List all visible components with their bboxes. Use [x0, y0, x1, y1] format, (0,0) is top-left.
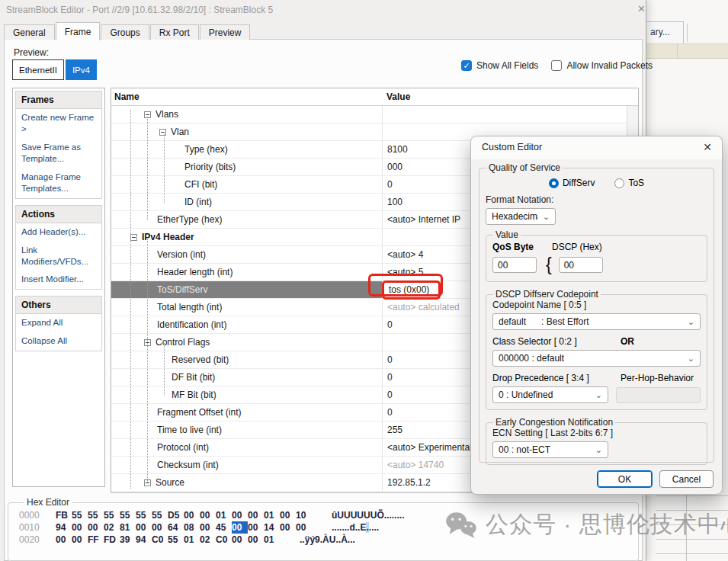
class-selector-select[interactable]: 000000 : default ⌄ — [492, 350, 701, 367]
dscp-codepoint-group: DSCP Diffserv Codepoint Codepoint Name [… — [486, 289, 707, 410]
ecn-group: Early Congestion Notification ECN Settin… — [486, 417, 707, 465]
hex-byte[interactable]: 00 — [72, 521, 88, 534]
hex-byte[interactable]: 55 — [104, 509, 120, 521]
hex-byte[interactable]: 39 — [120, 534, 136, 546]
diffserv-radio[interactable]: DiffServ — [549, 178, 595, 188]
ecn-setting-value: 00 : not-ECT — [499, 444, 550, 455]
sidebar-item-collapse-all[interactable]: Collapse All — [16, 332, 101, 351]
dialog-close-icon[interactable]: ✕ — [703, 141, 712, 153]
watermark: 公众号 · 思博伦技术中心 — [444, 509, 728, 540]
sidebar-item-add-header-s[interactable]: Add Header(s)... — [16, 223, 101, 242]
hex-byte[interactable]: 00 — [232, 534, 248, 546]
ecn-setting-select[interactable]: 00 : not-ECT ⌄ — [492, 441, 608, 458]
hex-byte[interactable]: 00 — [200, 521, 216, 534]
ipv4-button[interactable]: IPv4 — [66, 59, 97, 80]
quality-of-service-group: Quality of Service DiffServToS Format No… — [479, 162, 714, 463]
hex-byte[interactable]: 55 — [136, 509, 152, 521]
dscp-hex-input[interactable]: 00 — [559, 257, 603, 273]
sidebar-group-title: Frames — [16, 91, 101, 109]
hex-byte[interactable]: 55 — [88, 509, 104, 521]
sidebar-item-link-modifiers-vfds[interactable]: Link Modifiers/VFDs... — [16, 242, 101, 271]
hex-byte[interactable]: 55 — [72, 509, 88, 521]
hex-byte[interactable]: 00 — [152, 521, 168, 534]
format-notation-value: Hexadecimal — [492, 211, 538, 222]
hex-byte[interactable]: 00 — [232, 521, 248, 534]
hex-byte[interactable]: 01 — [216, 509, 232, 521]
hex-byte[interactable]: 08 — [184, 521, 200, 534]
hex-byte[interactable]: 00 — [296, 521, 312, 534]
hex-byte[interactable]: 81 — [120, 521, 136, 534]
hex-byte[interactable]: 45 — [216, 521, 232, 534]
hex-byte[interactable]: 00 — [232, 509, 248, 521]
hex-byte[interactable]: 01 — [264, 509, 280, 521]
hex-byte[interactable]: 10 — [296, 509, 312, 521]
tab-general[interactable]: General — [4, 24, 55, 40]
ok-button[interactable]: OK — [597, 470, 653, 488]
tab-rx-port[interactable]: Rx Port — [150, 24, 199, 40]
column-header-value: Value — [382, 88, 638, 105]
hex-byte[interactable]: 00 — [280, 521, 296, 534]
tab-groups[interactable]: Groups — [101, 24, 149, 40]
hex-byte[interactable]: 00 — [88, 521, 104, 534]
hex-byte[interactable]: 55 — [120, 509, 136, 521]
ethernetii-button[interactable]: EthernetII — [12, 59, 64, 80]
dscp-codepoint-title: DSCP Diffserv Codepoint — [493, 289, 601, 300]
hex-byte[interactable]: 55 — [152, 509, 168, 521]
hex-byte[interactable]: 94 — [136, 534, 152, 546]
cancel-button[interactable]: Cancel — [659, 470, 714, 488]
hex-byte[interactable]: C0 — [216, 534, 232, 546]
qos-byte-input[interactable]: 00 — [492, 257, 537, 273]
expander-icon[interactable] — [159, 129, 166, 136]
tree-row-vlans[interactable]: Vlans — [111, 106, 638, 123]
hex-byte[interactable]: 00 — [200, 509, 216, 521]
hex-byte[interactable]: FD — [104, 534, 120, 546]
hex-byte[interactable]: 00 — [280, 509, 296, 521]
sidebar-item-create-new-frame[interactable]: Create new Frame > — [16, 109, 101, 139]
tos-radio[interactable]: ToS — [614, 178, 644, 188]
drop-precedence-select[interactable]: 0 : Undefined ⌄ — [492, 386, 608, 403]
hex-byte[interactable]: 94 — [56, 521, 72, 534]
sidebar-item-manage-frame-templates[interactable]: Manage Frame Templates... — [16, 168, 101, 198]
tab-preview[interactable]: Preview — [200, 24, 251, 40]
or-label: OR — [621, 336, 634, 347]
sidebar-group-others: OthersExpand AllCollapse All — [15, 296, 102, 351]
hex-byte[interactable]: D5 — [168, 509, 184, 521]
sidebar-item-save-frame-as-template[interactable]: Save Frame as Template... — [16, 139, 101, 168]
hex-byte[interactable]: 02 — [200, 534, 216, 546]
titlebar: StreamBlock Editor - Port //2/9 [10.61.3… — [0, 0, 646, 21]
allow-invalid-packets-checkbox[interactable]: Allow Invalid Packets — [551, 60, 653, 71]
hex-byte[interactable]: 64 — [168, 521, 184, 534]
hex-byte[interactable]: 00 — [56, 534, 72, 546]
preview-buttons: EthernetIIIPv4 — [12, 59, 97, 80]
hex-byte[interactable]: 14 — [264, 521, 280, 534]
hex-ascii: .......d..E..... — [332, 521, 379, 534]
value-group-title: Value — [493, 229, 521, 240]
hex-byte[interactable]: 01 — [184, 534, 200, 546]
tab-frame[interactable]: Frame — [56, 22, 101, 40]
background-tab-separator — [687, 24, 688, 42]
watermark-text: 公众号 · 思博伦技术中心 — [486, 509, 728, 540]
tree-guide-line — [147, 117, 148, 220]
format-notation-select[interactable]: Hexadecimal ⌄ — [486, 208, 556, 225]
hex-offset: 0000 — [19, 509, 51, 521]
hex-byte[interactable]: FF — [88, 534, 104, 546]
hex-byte[interactable]: 00 — [136, 521, 152, 534]
hex-byte[interactable]: 00 — [248, 534, 264, 546]
hex-byte[interactable]: 02 — [104, 521, 120, 534]
hex-byte[interactable]: C0 — [152, 534, 168, 546]
show-all-fields-checkbox[interactable]: ✓Show All Fields — [461, 60, 538, 71]
window-close-icon[interactable]: ✕ — [637, 3, 646, 14]
background-tab-button[interactable]: ary... — [644, 21, 684, 43]
hex-byte[interactable]: 01 — [264, 534, 280, 546]
hex-byte[interactable]: 00 — [184, 509, 200, 521]
hex-byte[interactable]: 00 — [248, 509, 264, 521]
sidebar-item-insert-modifier[interactable]: Insert Modifier... — [16, 271, 101, 289]
codepoint-name-select[interactable]: default : Best Effort ⌄ — [492, 313, 701, 330]
sidebar-item-expand-all[interactable]: Expand All — [16, 314, 101, 332]
hex-byte[interactable]: 00 — [72, 534, 88, 546]
value-group: Value QoS Byte DSCP (Hex) 00 { 00 — [486, 229, 707, 282]
hex-byte[interactable]: 55 — [168, 534, 184, 546]
hex-byte[interactable]: FB — [56, 509, 72, 521]
expander-icon[interactable] — [130, 234, 137, 241]
hex-byte[interactable]: 00 — [248, 521, 264, 534]
